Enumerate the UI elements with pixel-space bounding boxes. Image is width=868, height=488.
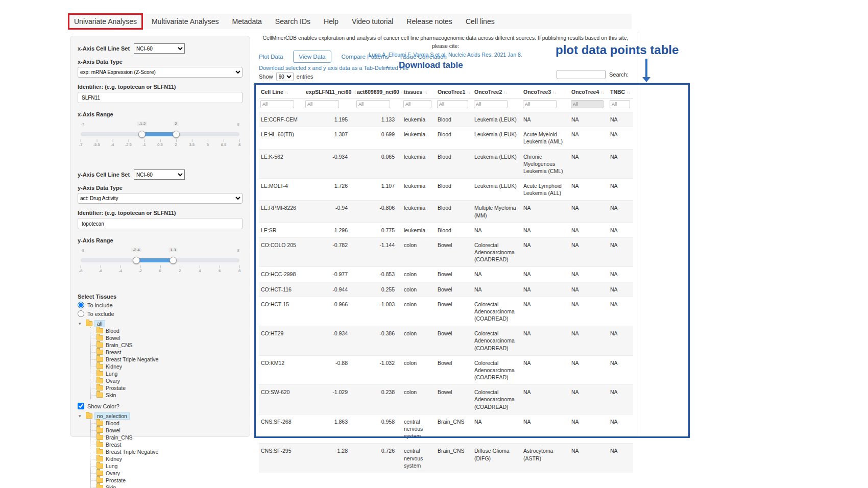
nav-item-video-tutorial[interactable]: Video tutorial bbox=[345, 17, 400, 26]
column-filter-tissues[interactable] bbox=[403, 100, 431, 108]
table-row[interactable]: CO:HCT-15-0.966-1.003colonBowelColorecta… bbox=[259, 297, 633, 326]
column-header-expslfn11-nci60[interactable]: expSLFN11_nci60↑↓ bbox=[304, 86, 355, 99]
column-header-tissues[interactable]: tissues↑↓ bbox=[402, 86, 436, 99]
table-row[interactable]: CO:SW-620-1.0290.238colonBowelColorectal… bbox=[259, 385, 633, 414]
sort-icon[interactable]: ↑↓ bbox=[424, 90, 427, 95]
tree-root-no-selection[interactable]: ▾no_selection bbox=[79, 412, 243, 420]
nav-item-univariate-analyses[interactable]: Univariate Analyses bbox=[68, 13, 143, 30]
tree-node-breast-triple-negative[interactable]: Breast Triple Negative bbox=[91, 448, 243, 455]
table-row[interactable]: CO:COLO 205-0.782-1.144colonBowelColorec… bbox=[259, 237, 633, 267]
table-row[interactable]: LE:K-562-0.9340.065leukemiaBloodLeukemia… bbox=[259, 149, 633, 179]
nav-item-cell-lines[interactable]: Cell lines bbox=[459, 17, 501, 26]
tree-node-breast-triple-negative[interactable]: Breast Triple Negative bbox=[91, 356, 243, 363]
column-filter-oncotree4[interactable] bbox=[571, 100, 604, 108]
tree-node-skin[interactable]: Skin bbox=[91, 484, 243, 488]
tree-node-brain-cns[interactable]: Brain_CNS bbox=[91, 341, 243, 349]
tree-node-blood[interactable]: Blood bbox=[91, 420, 243, 427]
column-filter-act609699-nci60[interactable] bbox=[356, 100, 390, 108]
column-header-oncotree3[interactable]: OncoTree3↑↓ bbox=[521, 86, 569, 99]
x-cell-line-set-select[interactable]: NCI-60 bbox=[134, 43, 185, 54]
tissues-exclude-option[interactable]: To exclude bbox=[78, 310, 243, 317]
y-identifier-input[interactable] bbox=[78, 218, 243, 229]
slider-track[interactable] bbox=[81, 258, 239, 262]
tree-node-breast[interactable]: Breast bbox=[91, 349, 243, 356]
folder-icon bbox=[97, 478, 103, 483]
column-filter-cell-line[interactable] bbox=[260, 100, 294, 108]
search-input[interactable] bbox=[557, 70, 606, 79]
sort-icon[interactable]: ↑↓ bbox=[353, 90, 356, 95]
tab-compare-patterns[interactable]: Compare Patterns bbox=[342, 51, 389, 62]
column-filter-expslfn11-nci60[interactable] bbox=[305, 100, 339, 108]
entries-select[interactable]: 60 bbox=[276, 72, 294, 81]
tree-node-brain-cns[interactable]: Brain_CNS bbox=[91, 434, 243, 441]
nav-item-metadata[interactable]: Metadata bbox=[225, 17, 268, 26]
tree-node-kidney[interactable]: Kidney bbox=[91, 363, 243, 370]
tab-view-data[interactable]: View Data bbox=[293, 51, 331, 63]
y-cell-line-set-select[interactable]: NCI-60 bbox=[134, 169, 185, 180]
column-filter-oncotree2[interactable] bbox=[474, 100, 508, 108]
nav-item-search-ids[interactable]: Search IDs bbox=[269, 17, 317, 26]
collapse-icon[interactable]: ▾ bbox=[79, 321, 84, 326]
column-header-tnbc[interactable]: TNBC↑↓ bbox=[608, 86, 633, 99]
x-data-type-select[interactable]: exp: mRNA Expression (Z-Score) bbox=[78, 67, 243, 78]
tissues-include-option[interactable]: To include bbox=[78, 302, 243, 308]
tree-node-skin[interactable]: Skin bbox=[91, 392, 243, 399]
tree-node-ovary[interactable]: Ovary bbox=[91, 377, 243, 384]
column-header-oncotree1[interactable]: OncoTree1↑↓ bbox=[436, 86, 472, 99]
table-row[interactable]: CO:HCT-116-0.9440.255colonBowelNANANANA bbox=[259, 282, 633, 297]
column-filter-oncotree1[interactable] bbox=[437, 100, 468, 108]
table-row[interactable]: LE:CCRF-CEM1.1951.133leukemiaBloodLeukem… bbox=[259, 112, 633, 127]
slider-handle-to[interactable] bbox=[170, 257, 177, 264]
sort-icon[interactable]: ↑↓ bbox=[467, 90, 470, 95]
sort-icon[interactable]: ↑↓ bbox=[503, 90, 507, 95]
column-header-cell-line[interactable]: Cell Line↑↓ bbox=[259, 86, 304, 99]
tree-node-kidney[interactable]: Kidney bbox=[91, 455, 243, 462]
sort-icon[interactable]: ↑↓ bbox=[552, 90, 556, 95]
table-row[interactable]: LE:HL-60(TB)1.3070.699leukemiaBloodLeuke… bbox=[259, 127, 633, 149]
exclude-radio[interactable] bbox=[78, 310, 84, 317]
table-row[interactable]: CO:HCC-2998-0.977-0.853colonBowelNANANAN… bbox=[259, 267, 633, 282]
tree-node-ovary[interactable]: Ovary bbox=[91, 470, 243, 477]
slider-handle-to[interactable] bbox=[173, 131, 180, 138]
column-filter-tnbc[interactable] bbox=[610, 100, 630, 108]
show-color-checkbox[interactable] bbox=[78, 403, 84, 409]
tree-root-all[interactable]: ▾all bbox=[79, 320, 243, 327]
tree-node-blood[interactable]: Blood bbox=[91, 327, 243, 334]
table-row[interactable]: CNS:SF-2681.8630.958central nervous syst… bbox=[259, 414, 633, 444]
sort-icon[interactable]: ↑↓ bbox=[600, 90, 604, 95]
nav-item-release-notes[interactable]: Release notes bbox=[400, 17, 459, 26]
include-radio[interactable] bbox=[78, 302, 84, 308]
y-data-type-select[interactable]: act: Drug Activity bbox=[78, 193, 243, 204]
collapse-icon[interactable]: ▾ bbox=[79, 413, 84, 419]
table-row[interactable]: LE:SR1.2960.775leukemiaBloodNANANANA bbox=[259, 223, 633, 237]
column-filter-oncotree3[interactable] bbox=[523, 100, 557, 108]
sort-icon[interactable]: ↑↓ bbox=[626, 90, 630, 95]
show-color-option[interactable]: Show Color? bbox=[78, 403, 243, 409]
table-row[interactable]: CNS:SF-2951.280.726central nervous syste… bbox=[259, 444, 633, 473]
tree-node-bowel[interactable]: Bowel bbox=[91, 427, 243, 434]
sort-icon[interactable]: ↑↓ bbox=[401, 90, 404, 95]
nav-item-help[interactable]: Help bbox=[317, 17, 345, 26]
column-header-oncotree4[interactable]: OncoTree4↑↓ bbox=[569, 86, 608, 99]
tree-node-lung[interactable]: Lung bbox=[91, 370, 243, 377]
x-range-slider[interactable]: -78-1.22-7-5.5-4-2.5-10.523.556.58 bbox=[81, 126, 239, 157]
table-row[interactable]: CO:HT29-0.934-0.386colonBowelColorectal … bbox=[259, 326, 633, 356]
tree-node-bowel[interactable]: Bowel bbox=[91, 334, 243, 341]
slider-track[interactable] bbox=[81, 132, 239, 136]
slider-handle-from[interactable] bbox=[138, 131, 146, 138]
table-row[interactable]: CO:KM12-0.88-1.032colonBowelColorectal A… bbox=[259, 355, 633, 385]
table-row[interactable]: LE:MOLT-41.7261.107leukemiaBloodLeukemia… bbox=[259, 179, 633, 201]
tree-node-lung[interactable]: Lung bbox=[91, 462, 243, 470]
tab-plot-data[interactable]: Plot Data bbox=[259, 51, 283, 62]
sort-icon[interactable]: ↑↓ bbox=[285, 90, 288, 95]
slider-handle-from[interactable] bbox=[133, 257, 140, 264]
column-header-oncotree2[interactable]: OncoTree2↑↓ bbox=[472, 86, 521, 99]
y-range-slider[interactable]: -88-2.41.3-8-6-4-202468 bbox=[81, 252, 239, 283]
tree-node-prostate[interactable]: Prostate bbox=[91, 384, 243, 392]
x-identifier-input[interactable] bbox=[78, 92, 243, 103]
nav-item-multivariate-analyses[interactable]: Multivariate Analyses bbox=[145, 17, 226, 26]
column-header-act609699-nci60[interactable]: act609699_nci60↑↓ bbox=[355, 86, 402, 99]
tree-node-breast[interactable]: Breast bbox=[91, 441, 243, 448]
table-row[interactable]: LE:RPMI-8226-0.94-0.806leukemiaBloodMult… bbox=[259, 201, 633, 223]
tree-node-prostate[interactable]: Prostate bbox=[91, 477, 243, 484]
